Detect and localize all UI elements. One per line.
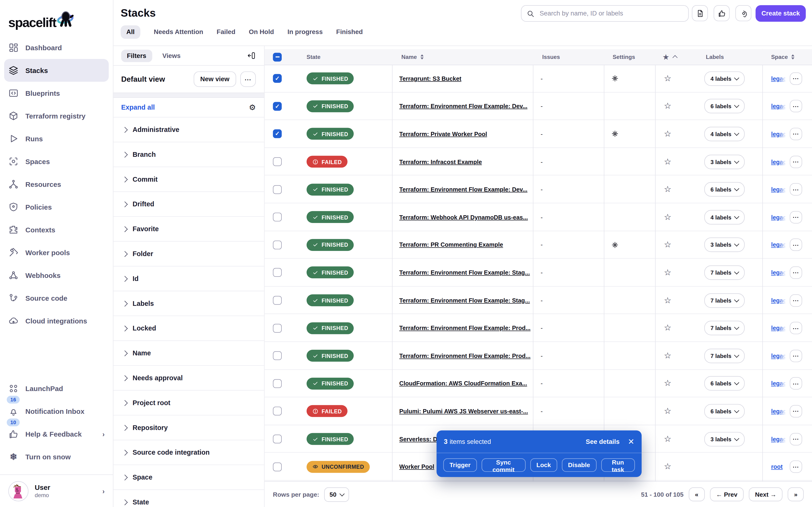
favorite-star-icon[interactable]: ☆ <box>664 435 671 443</box>
row-checkbox[interactable] <box>273 296 282 305</box>
sync-commit-button[interactable]: Sync commit <box>481 458 525 472</box>
filter-category-locked[interactable]: Locked <box>113 316 264 340</box>
row-checkbox[interactable] <box>273 407 282 415</box>
tab-in-progress[interactable]: In progress <box>287 25 322 39</box>
row-menu-button[interactable]: ... <box>790 294 802 306</box>
filter-category-project-root[interactable]: Project root <box>113 390 264 415</box>
stack-name-link[interactable]: Terraform: Webhook API DynamoDB us-eas..… <box>399 214 528 220</box>
row-menu-button[interactable]: ... <box>790 377 802 390</box>
favorite-star-icon[interactable]: ☆ <box>664 213 671 221</box>
space-link[interactable]: legac <box>771 353 786 359</box>
filter-category-needs-approval[interactable]: Needs approval <box>113 365 264 390</box>
space-link[interactable]: legac <box>771 381 786 387</box>
space-link[interactable]: legac <box>771 159 786 165</box>
tab-failed[interactable]: Failed <box>217 25 236 39</box>
run-task-button[interactable]: Run task <box>601 458 635 472</box>
filter-category-id[interactable]: Id <box>113 266 264 291</box>
favorite-star-icon[interactable]: ☆ <box>664 130 671 138</box>
row-checkbox[interactable] <box>273 435 282 443</box>
filter-category-favorite[interactable]: Favorite <box>113 216 264 241</box>
tab-filters[interactable]: Filters <box>121 49 152 62</box>
filter-category-folder[interactable]: Folder <box>113 241 264 266</box>
filter-category-source-code-integration[interactable]: Source code integration <box>113 440 264 464</box>
favorite-star-icon[interactable]: ☆ <box>664 102 671 110</box>
row-checkbox[interactable] <box>273 241 282 249</box>
row-checkbox[interactable]: ✓ <box>273 74 282 83</box>
stack-name-link[interactable]: Terraform: Environment Flow Example: Pro… <box>399 325 530 331</box>
row-menu-button[interactable]: ... <box>790 460 802 473</box>
favorite-star-icon[interactable]: ☆ <box>664 463 671 471</box>
sidebar-item-blueprints[interactable]: Blueprints <box>0 82 113 105</box>
rows-per-page-select[interactable]: 50 <box>324 487 349 502</box>
sidebar-item-worker-pools[interactable]: Worker pools <box>0 241 113 264</box>
favorite-star-icon[interactable]: ☆ <box>664 379 671 388</box>
column-header-space[interactable]: Space <box>771 49 795 64</box>
hooks-icon[interactable] <box>611 241 619 249</box>
row-menu-button[interactable]: ... <box>790 433 802 445</box>
sidebar-item-policies[interactable]: Policies <box>0 195 113 218</box>
row-checkbox[interactable] <box>273 351 282 360</box>
favorite-star-icon[interactable]: ☆ <box>664 158 671 166</box>
feedback-button[interactable] <box>714 5 729 21</box>
row-menu-button[interactable]: ... <box>790 239 802 251</box>
column-header-favorite[interactable]: ★ <box>663 49 677 64</box>
sidebar-item-cloud-integrations[interactable]: Cloud integrations <box>0 309 113 332</box>
labels-dropdown[interactable]: 4 labels <box>704 127 745 141</box>
sidebar-item-dashboard[interactable]: Dashboard <box>0 36 113 59</box>
stack-name-link[interactable]: Terraform: Environment Flow Example: Sta… <box>399 297 530 303</box>
stack-name-link[interactable]: Serverless: D <box>399 436 437 442</box>
collapse-panel-icon[interactable] <box>247 51 256 60</box>
stack-name-link[interactable]: Worker Pool <box>399 463 434 470</box>
stack-name-link[interactable]: Terraform: Environment Flow Example: Dev… <box>399 186 527 192</box>
labels-dropdown[interactable]: 3 labels <box>704 155 745 169</box>
user-menu[interactable]: User demo › <box>0 474 113 507</box>
sidebar-item-turn-on-snow[interactable]: ❄Turn on snow <box>0 446 113 468</box>
space-link[interactable]: legac <box>771 75 786 81</box>
settings-button[interactable] <box>735 5 751 21</box>
labels-dropdown[interactable]: 7 labels <box>704 349 745 363</box>
filter-category-repository[interactable]: Repository <box>113 415 264 440</box>
labels-dropdown[interactable]: 3 labels <box>704 432 745 446</box>
space-link[interactable]: legac <box>771 214 786 220</box>
labels-dropdown[interactable]: 6 labels <box>704 182 745 197</box>
row-checkbox[interactable]: ✓ <box>273 102 282 111</box>
row-checkbox[interactable] <box>273 462 282 471</box>
stack-name-link[interactable]: Terragrunt: S3 Bucket <box>399 75 461 81</box>
last-page-button[interactable]: » <box>788 487 804 501</box>
row-menu-button[interactable]: ... <box>790 405 802 417</box>
row-checkbox[interactable] <box>273 268 282 277</box>
sidebar-item-source-code[interactable]: Source code <box>0 287 113 309</box>
first-page-button[interactable]: « <box>689 487 705 501</box>
row-menu-button[interactable]: ... <box>790 155 802 168</box>
row-checkbox[interactable] <box>273 157 282 166</box>
stack-name-link[interactable]: Terraform: PR Commenting Example <box>399 242 503 248</box>
labels-dropdown[interactable]: 4 labels <box>704 71 745 86</box>
prev-page-button[interactable]: ← Prev <box>710 487 744 501</box>
row-menu-button[interactable]: ... <box>790 183 802 196</box>
tab-needs-attention[interactable]: Needs Attention <box>154 25 203 39</box>
space-link[interactable]: legac <box>771 242 786 248</box>
labels-dropdown[interactable]: 4 labels <box>704 210 745 224</box>
sidebar-item-webhooks[interactable]: Webhooks <box>0 264 113 287</box>
sidebar-item-stacks[interactable]: Stacks <box>4 59 109 82</box>
row-menu-button[interactable]: ... <box>790 100 802 112</box>
filter-category-labels[interactable]: Labels <box>113 291 264 316</box>
space-link[interactable]: legac <box>771 131 786 137</box>
filter-category-space[interactable]: Space <box>113 464 264 490</box>
filter-category-state[interactable]: State <box>113 490 264 507</box>
labels-dropdown[interactable]: 3 labels <box>704 237 745 252</box>
view-options-button[interactable]: ... <box>240 71 256 87</box>
create-stack-button[interactable]: Create stack <box>756 5 806 22</box>
lock-button[interactable]: Lock <box>530 458 557 472</box>
tab-views[interactable]: Views <box>162 52 181 59</box>
stack-name-link[interactable]: Terraform: Environment Flow Example: Sta… <box>399 270 530 276</box>
space-link[interactable]: legac <box>771 270 786 276</box>
spacelift-logo[interactable]: spacelift <box>0 0 113 32</box>
filters-gear-icon[interactable]: ⚙ <box>249 104 256 111</box>
hooks-icon[interactable] <box>611 74 619 83</box>
labels-dropdown[interactable]: 7 labels <box>704 293 745 308</box>
next-page-button[interactable]: Next → <box>749 487 782 501</box>
favorite-star-icon[interactable]: ☆ <box>664 185 671 193</box>
space-link[interactable]: legac <box>771 186 786 192</box>
sidebar-item-runs[interactable]: Runs <box>0 127 113 150</box>
